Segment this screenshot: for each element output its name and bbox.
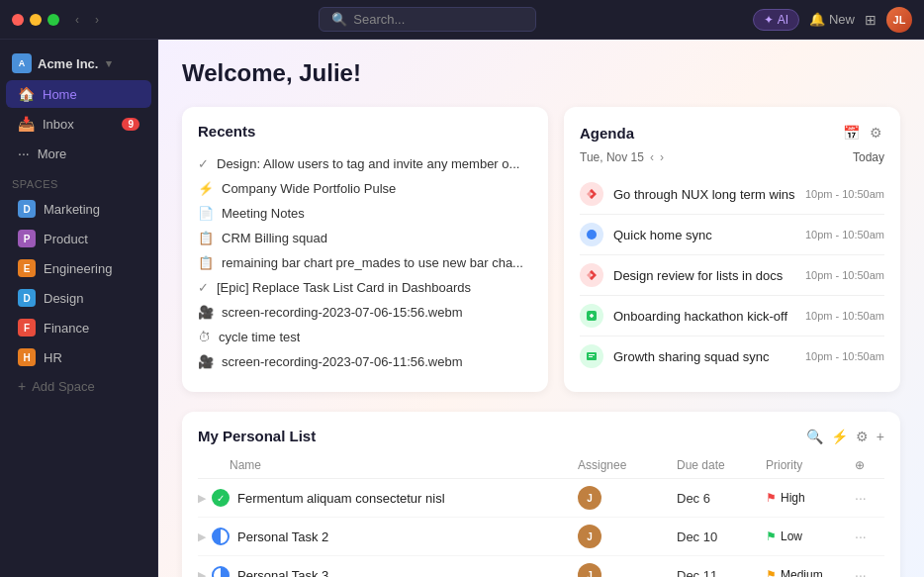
new-button[interactable]: 🔔 New [809,12,855,27]
agenda-item-time: 10pm - 10:50am [805,188,884,200]
priority-badge: ⚑ High [766,491,855,505]
sidebar-item-finance[interactable]: F Finance [6,314,151,341]
content-area: Welcome, Julie! Recents ✓ Design: Allow … [158,40,924,577]
list-title: My Personal List [198,428,316,444]
task-row: ▶ ✓ Fermentum aliquam consectetur nisl J… [198,479,884,518]
recent-text: Company Wide Portfolio Pulse [222,181,396,196]
settings-action-icon[interactable]: ⚙ [856,429,869,444]
task-name[interactable]: Personal Task 3 [237,568,578,578]
recent-item[interactable]: ⏱ cycle time test [198,325,532,349]
workspace-name: Acme Inc. [38,56,98,71]
space-avatar: F [18,319,36,337]
sidebar-item-product[interactable]: P Product [6,225,151,252]
task-more-button[interactable]: ··· [855,490,884,506]
back-arrow[interactable]: ‹ [71,11,83,29]
space-avatar: D [18,289,36,307]
sidebar-item-more[interactable]: ··· More [6,140,151,167]
agenda-item-title: Design review for lists in docs [613,268,795,283]
agenda-item[interactable]: Onboarding hackathon kick-off 10pm - 10:… [580,296,884,337]
recent-item[interactable]: ⚡ Company Wide Portfolio Pulse [198,176,532,201]
sidebar-item-engineering[interactable]: E Engineering [6,254,151,282]
filter-action-icon[interactable]: ⚡ [831,429,848,444]
agenda-item[interactable]: Quick home sync 10pm - 10:50am [580,215,884,255]
today-button[interactable]: Today [853,150,884,164]
space-label: HR [44,350,62,365]
expand-icon[interactable]: ▶ [198,569,206,578]
recents-card: Recents ✓ Design: Allow users to tag and… [182,107,548,392]
sidebar-item-label: Inbox [43,117,74,132]
sidebar-item-home[interactable]: 🏠 Home [6,80,151,108]
space-label: Engineering [44,261,112,276]
space-avatar: H [18,348,36,366]
task-due-date[interactable]: Dec 6 [677,491,766,506]
agenda-item[interactable]: Design review for lists in docs 10pm - 1… [580,255,884,296]
workspace-chevron: ▾ [106,57,112,70]
sidebar-item-label: More [38,146,67,161]
recent-text: CRM Billing squad [222,231,327,245]
expand-icon[interactable]: ▶ [198,530,206,543]
sidebar-item-marketing[interactable]: D Marketing [6,195,151,223]
sidebar-item-design[interactable]: D Design [6,284,151,312]
list-icon: 📋 [198,231,214,245]
task-status-inprogress [212,528,230,545]
video-icon: 🎥 [198,354,214,369]
user-avatar[interactable]: JL [886,7,912,33]
agenda-card: Agenda 📅 ⚙ Tue, Nov 15 ‹ › Today [564,107,900,392]
clock-icon: ⏱ [198,330,211,344]
forward-arrow[interactable]: › [91,11,103,29]
agenda-prev-btn[interactable]: ‹ [650,150,654,164]
agenda-date-nav: Tue, Nov 15 ‹ › Today [580,150,884,164]
add-col-icon[interactable]: ⊕ [855,458,865,472]
workspace-header[interactable]: A Acme Inc. ▾ [0,48,157,79]
sidebar-item-inbox[interactable]: 📥 Inbox 9 [6,110,151,138]
recent-item[interactable]: 📄 Meeting Notes [198,201,532,226]
agenda-dot [580,263,603,287]
task-more-button[interactable]: ··· [855,529,884,544]
space-avatar: D [18,200,36,218]
agenda-item-time: 10pm - 10:50am [805,350,884,362]
minimize-dot[interactable] [30,14,42,26]
recent-item[interactable]: ✓ [Epic] Replace Task List Card in Dashb… [198,275,532,300]
priority-label: High [781,491,805,505]
sidebar-item-hr[interactable]: H HR [6,343,151,371]
search-input[interactable]: 🔍 Search... [319,7,536,32]
close-dot[interactable] [12,14,24,26]
recent-item[interactable]: 📋 remaining bar chart pre_mades to use n… [198,250,532,275]
more-icon: ··· [18,145,30,161]
task-due-date[interactable]: Dec 10 [677,529,766,544]
recent-item[interactable]: 📋 CRM Billing squad [198,226,532,250]
video-icon: 🎥 [198,305,214,320]
expand-icon[interactable]: ▶ [198,492,206,505]
space-label: Marketing [44,202,100,217]
sidebar: A Acme Inc. ▾ 🏠 Home 📥 Inbox 9 ··· More … [0,40,158,577]
agenda-item[interactable]: Growth sharing squad sync 10pm - 10:50am [580,337,884,376]
agenda-calendar-icon[interactable]: 📅 [841,123,862,143]
sidebar-item-label: Home [43,87,77,102]
agenda-settings-icon[interactable]: ⚙ [868,123,884,143]
bolt-icon: ⚡ [198,181,214,196]
task-name[interactable]: Fermentum aliquam consectetur nisl [237,491,578,506]
recent-item[interactable]: 🎥 screen-recording-2023-07-06-15:56.webm [198,300,532,325]
add-space-button[interactable]: + Add Space [6,373,151,399]
search-action-icon[interactable]: 🔍 [806,429,823,444]
recent-item[interactable]: 🎥 screen-recording-2023-07-06-11:56.webm [198,349,532,374]
recent-text: cycle time test [219,330,300,344]
recent-item[interactable]: ✓ Design: Allow users to tag and invite … [198,151,532,176]
ai-button[interactable]: ✦ AI [753,9,799,31]
task-row: ▶ Personal Task 2 J Dec 10 ⚑ Low ··· [198,518,884,556]
agenda-item[interactable]: Go through NUX long term wins 10pm - 10:… [580,174,884,215]
agenda-item-title: Onboarding hackathon kick-off [613,309,795,324]
task-name[interactable]: Personal Task 2 [237,529,578,544]
recent-text: screen-recording-2023-07-06-15:56.webm [222,305,463,320]
agenda-item-title: Quick home sync [613,228,795,242]
task-priority: ⚑ Medium [766,568,855,577]
agenda-next-btn[interactable]: › [660,150,664,164]
grid-icon[interactable]: ⊞ [865,12,877,28]
priority-flag-icon: ⚑ [766,491,777,505]
task-more-button[interactable]: ··· [855,567,884,577]
add-action-icon[interactable]: + [877,429,884,444]
maximize-dot[interactable] [47,14,59,26]
recent-text: remaining bar chart pre_mades to use new… [222,255,523,270]
my-personal-list-card: My Personal List 🔍 ⚡ ⚙ + Name Assignee D… [182,412,900,577]
task-due-date[interactable]: Dec 11 [677,568,766,578]
